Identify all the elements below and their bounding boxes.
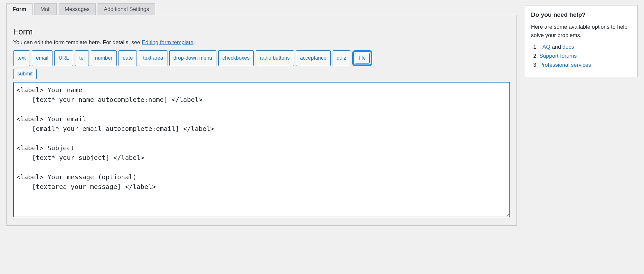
tag-date-button[interactable]: date [118,50,137,66]
form-panel: Form You can edit the form template here… [6,15,517,226]
help-intro: Here are some available options to help … [531,23,631,39]
tag-number-button[interactable]: number [91,50,117,66]
tag-url-button[interactable]: URL [54,50,73,66]
help-box: Do you need help? Here are some availabl… [525,5,638,77]
desc-pre: You can edit the form template here. For… [13,39,142,45]
panel-description: You can edit the form template here. For… [13,39,510,46]
help-title: Do you need help? [531,11,631,18]
help-item-support: Support forums [539,53,631,59]
tag-file-button[interactable]: file [355,53,370,64]
help-item-faq-docs: FAQ and docs [539,44,631,50]
tab-messages[interactable]: Messages [59,3,96,15]
editing-form-template-link[interactable]: Editing form template [142,39,194,45]
tab-bar: Form Mail Messages Additional Settings [6,3,517,15]
tag-dropdown-button[interactable]: drop-down menu [169,50,216,66]
tab-additional-settings[interactable]: Additional Settings [98,3,155,15]
docs-link[interactable]: docs [563,44,574,50]
tag-textarea-button[interactable]: text area [139,50,167,66]
tag-radio-button[interactable]: radio buttons [256,50,294,66]
desc-post: . [194,39,195,45]
tag-email-button[interactable]: email [32,50,52,66]
tag-submit-button[interactable]: submit [13,69,37,79]
form-template-textarea[interactable] [13,82,510,217]
tag-generator-row: text email URL tel number date text area… [13,50,510,66]
help-item-professional: Professional services [539,62,631,68]
tag-text-button[interactable]: text [13,50,30,66]
help-item-mid: and [550,44,563,50]
professional-services-link[interactable]: Professional services [539,62,591,68]
support-forums-link[interactable]: Support forums [539,53,577,59]
faq-link[interactable]: FAQ [539,44,550,50]
tag-tel-button[interactable]: tel [75,50,89,66]
tag-acceptance-button[interactable]: acceptance [296,50,331,66]
tab-form[interactable]: Form [6,3,33,15]
tag-quiz-button[interactable]: quiz [333,50,350,66]
help-list: FAQ and docs Support forums Professional… [531,44,631,68]
panel-heading: Form [13,27,510,37]
file-button-highlight: file [352,50,372,66]
tab-mail[interactable]: Mail [34,3,57,15]
tag-checkboxes-button[interactable]: checkboxes [218,50,254,66]
